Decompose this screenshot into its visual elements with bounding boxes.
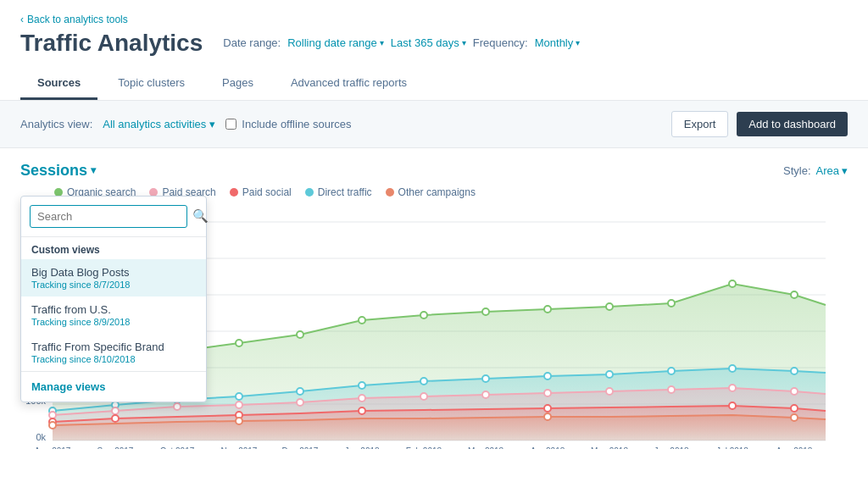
tab-advanced[interactable]: Advanced traffic reports [274, 68, 424, 100]
back-link[interactable]: ‹ Back to analytics tools [20, 14, 848, 25]
svg-point-55 [112, 415, 119, 422]
svg-text:Aug 2017: Aug 2017 [35, 446, 71, 449]
legend-dot-direct [305, 188, 314, 197]
svg-point-52 [729, 385, 736, 391]
svg-point-34 [420, 378, 427, 385]
dropdown-item-title-1: Traffic from U.S. [31, 303, 196, 316]
date-range-dropdown[interactable]: Rolling date range ▾ [287, 36, 384, 49]
svg-point-43 [174, 403, 181, 410]
svg-point-64 [791, 414, 798, 421]
svg-point-58 [544, 405, 551, 412]
tab-pages[interactable]: Pages [205, 68, 270, 100]
svg-text:Aug 2018: Aug 2018 [776, 446, 813, 449]
svg-text:Jan 2018: Jan 2018 [344, 446, 380, 449]
analytics-view-value: All analytics activities [103, 118, 206, 130]
header: ‹ Back to analytics tools Traffic Analyt… [0, 0, 868, 101]
legend-item-direct: Direct traffic [305, 186, 372, 198]
chevron-down-icon: ▾ [91, 164, 96, 176]
svg-point-40 [791, 368, 798, 374]
chart-area: Sessions ▾ Style: Area ▾ Organic search … [0, 148, 868, 463]
legend-label-other: Other campaigns [398, 186, 476, 198]
svg-point-18 [236, 340, 242, 346]
frequency-dropdown[interactable]: Monthly ▾ [535, 36, 581, 49]
svg-point-50 [606, 388, 613, 395]
dropdown-item-sub-0: Tracking since 8/7/2018 [31, 280, 196, 290]
svg-point-39 [729, 365, 736, 372]
dropdown-item-sub-2: Tracking since 8/10/2018 [31, 354, 196, 364]
svg-point-42 [112, 407, 119, 414]
date-period-value: Last 365 days [391, 36, 459, 49]
svg-point-26 [729, 280, 736, 287]
svg-point-37 [606, 371, 613, 378]
svg-point-36 [544, 373, 551, 380]
offline-sources-text: Include offline sources [242, 118, 351, 130]
style-dropdown[interactable]: Area ▾ [816, 164, 848, 177]
svg-point-57 [359, 407, 365, 414]
svg-point-21 [420, 312, 427, 319]
search-button[interactable]: 🔍 [192, 208, 209, 224]
dropdown-item-1[interactable]: Traffic from U.S. Tracking since 8/9/201… [21, 296, 206, 334]
legend-item-other: Other campaigns [386, 186, 476, 198]
back-link-text: Back to analytics tools [27, 14, 128, 25]
svg-point-41 [49, 412, 56, 418]
svg-point-45 [297, 399, 303, 406]
svg-text:Dec 2017: Dec 2017 [282, 446, 319, 449]
chevron-down-icon: ▾ [576, 38, 580, 47]
tabs: Sources Topic clusters Pages Advanced tr… [20, 68, 848, 100]
svg-text:Mar 2018: Mar 2018 [468, 446, 504, 449]
search-input[interactable] [30, 205, 187, 228]
svg-point-27 [791, 291, 798, 298]
sessions-dropdown[interactable]: Sessions ▾ [20, 162, 96, 180]
svg-point-19 [297, 331, 303, 338]
frequency-value: Monthly [535, 36, 574, 49]
svg-point-61 [49, 422, 56, 429]
date-range-label: Date range: [223, 36, 281, 49]
svg-text:May 2018: May 2018 [591, 446, 628, 449]
svg-point-51 [668, 386, 675, 393]
export-button[interactable]: Export [671, 111, 729, 137]
legend-label-paid-social: Paid social [242, 186, 292, 198]
tab-topic-clusters[interactable]: Topic clusters [101, 68, 202, 100]
dropdown-search-area: 🔍 [21, 197, 206, 237]
toolbar: Analytics view: All analytics activities… [0, 101, 868, 148]
date-range-value: Rolling date range [287, 36, 377, 49]
date-period-dropdown[interactable]: Last 365 days ▾ [391, 36, 466, 49]
svg-point-48 [482, 391, 489, 398]
add-to-dashboard-button[interactable]: Add to dashboard [737, 112, 848, 136]
svg-point-32 [297, 388, 303, 395]
dropdown-item-0[interactable]: Big Data Blog Posts Tracking since 8/7/2… [21, 259, 206, 296]
chart-header: Sessions ▾ Style: Area ▾ [20, 162, 848, 180]
svg-text:Nov 2017: Nov 2017 [221, 446, 258, 449]
analytics-view-dropdown-menu: 🔍 Custom views Big Data Blog Posts Track… [20, 196, 207, 402]
svg-point-23 [544, 306, 551, 313]
style-label: Style: [783, 164, 811, 177]
svg-point-46 [359, 395, 365, 402]
toolbar-right: Export Add to dashboard [671, 111, 848, 137]
manage-views-link[interactable]: Manage views [21, 371, 206, 402]
tab-sources[interactable]: Sources [20, 68, 97, 100]
dropdown-item-2[interactable]: Traffic From Specific Brand Tracking sin… [21, 334, 206, 371]
svg-point-59 [729, 402, 736, 409]
dropdown-item-title-0: Big Data Blog Posts [31, 266, 196, 279]
style-value: Area [816, 164, 839, 177]
svg-point-38 [668, 368, 675, 374]
svg-point-62 [236, 418, 242, 424]
svg-point-33 [359, 382, 365, 389]
svg-text:Sep 2017: Sep 2017 [97, 446, 134, 449]
offline-sources-label[interactable]: Include offline sources [225, 118, 351, 130]
toolbar-left: Analytics view: All analytics activities… [20, 118, 351, 130]
svg-point-63 [544, 413, 551, 420]
svg-point-22 [482, 308, 489, 315]
svg-point-60 [791, 405, 798, 412]
dropdown-items-list: Big Data Blog Posts Tracking since 8/7/2… [21, 259, 206, 371]
svg-point-53 [791, 388, 798, 395]
style-selector: Style: Area ▾ [783, 164, 848, 177]
svg-text:Oct 2017: Oct 2017 [160, 446, 195, 449]
analytics-view-dropdown[interactable]: All analytics activities ▾ [103, 118, 215, 130]
legend-dot-paid-social [230, 188, 238, 197]
chevron-down-icon: ▾ [209, 118, 215, 130]
page-wrapper: ‹ Back to analytics tools Traffic Analyt… [0, 0, 868, 482]
legend-dot-other [386, 188, 394, 197]
chevron-down-icon: ▾ [462, 38, 466, 47]
offline-sources-checkbox[interactable] [225, 119, 236, 130]
